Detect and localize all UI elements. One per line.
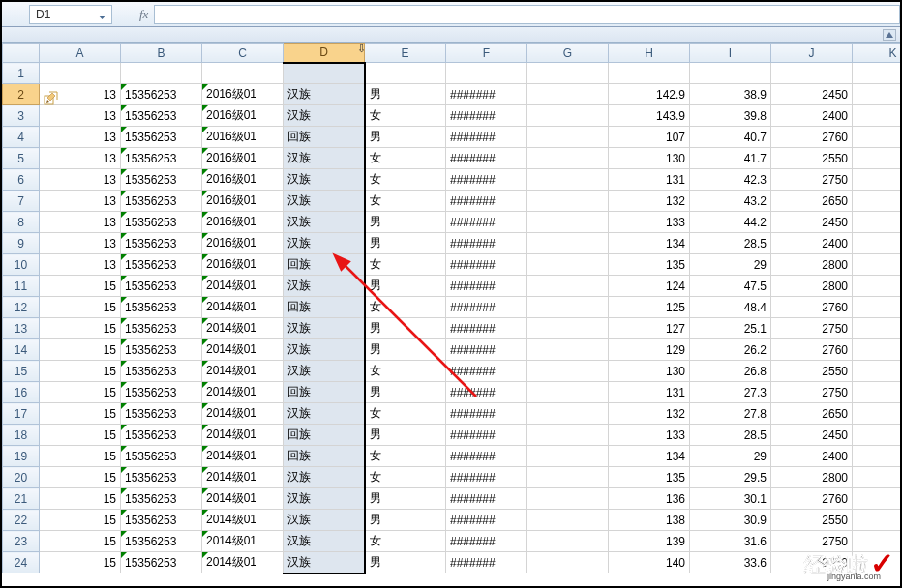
cell-G11[interactable]: [527, 276, 609, 297]
cell-E3[interactable]: 女: [365, 105, 446, 127]
cell-H13[interactable]: 127: [609, 318, 690, 339]
cell-G14[interactable]: [527, 339, 609, 361]
cell-H8[interactable]: 133: [609, 212, 690, 233]
cell-A20[interactable]: 15: [40, 467, 121, 488]
cell-G4[interactable]: [527, 127, 609, 148]
cell-K12[interactable]: 9.6: [853, 297, 901, 318]
cell-J7[interactable]: 2650: [771, 191, 853, 212]
row-header[interactable]: 13: [3, 318, 40, 339]
cell-F2[interactable]: #######: [446, 84, 527, 105]
cell-B2[interactable]: 15356253: [121, 84, 202, 105]
cell-D17[interactable]: 汉族: [284, 403, 365, 425]
cell-J2[interactable]: 2450: [771, 84, 853, 105]
cell-B13[interactable]: 15356253: [121, 318, 202, 339]
cell-D7[interactable]: 汉族: [284, 191, 365, 212]
col-header-B[interactable]: B: [121, 44, 202, 63]
cell-I7[interactable]: 43.2: [690, 191, 771, 212]
cell-E12[interactable]: 女: [365, 297, 446, 318]
cell-C2[interactable]: 2016级01: [202, 84, 284, 105]
cell-H6[interactable]: 131: [609, 169, 690, 191]
cell-B23[interactable]: 15356253: [121, 531, 202, 552]
cell-C17[interactable]: 2014级01: [202, 403, 284, 425]
col-header-K[interactable]: K: [853, 44, 901, 63]
cell-A11[interactable]: 15: [40, 276, 121, 297]
cell-G16[interactable]: [527, 382, 609, 403]
cell-C23[interactable]: 2014级01: [202, 531, 284, 552]
cell-H20[interactable]: 135: [609, 467, 690, 488]
cell-J13[interactable]: 2750: [771, 318, 853, 339]
cell-H16[interactable]: 131: [609, 382, 690, 403]
cell-C3[interactable]: 2016级01: [202, 105, 284, 127]
cell-A5[interactable]: 13: [40, 148, 121, 169]
cell-H4[interactable]: 107: [609, 127, 690, 148]
col-header-F[interactable]: F: [446, 44, 527, 63]
cell-G23[interactable]: [527, 531, 609, 552]
cell-D21[interactable]: 汉族: [284, 488, 365, 510]
cell-C19[interactable]: 2014级01: [202, 446, 284, 467]
cell-F18[interactable]: #######: [446, 425, 527, 446]
cell-C4[interactable]: 2016级01: [202, 127, 284, 148]
cell-D8[interactable]: 汉族: [284, 212, 365, 233]
cell-H7[interactable]: 132: [609, 191, 690, 212]
cell-H18[interactable]: 133: [609, 425, 690, 446]
cell-K1[interactable]: [853, 63, 901, 84]
cell-J4[interactable]: 2760: [771, 127, 853, 148]
cell-D11[interactable]: 汉族: [284, 276, 365, 297]
cell-B14[interactable]: 15356253: [121, 339, 202, 361]
cell-G19[interactable]: [527, 446, 609, 467]
cell-J9[interactable]: 2400: [771, 233, 853, 254]
cell-G10[interactable]: [527, 254, 609, 276]
cell-I4[interactable]: 40.7: [690, 127, 771, 148]
row-header[interactable]: 2: [3, 84, 40, 105]
col-header-G[interactable]: G: [527, 44, 609, 63]
cell-J18[interactable]: 2450: [771, 425, 853, 446]
cell-G24[interactable]: [527, 552, 609, 573]
row-header[interactable]: 5: [3, 148, 40, 169]
cell-B22[interactable]: 15356253: [121, 510, 202, 531]
row-header[interactable]: 18: [3, 425, 40, 446]
row-header[interactable]: 20: [3, 467, 40, 488]
cell-G12[interactable]: [527, 297, 609, 318]
cell-A4[interactable]: 13: [40, 127, 121, 148]
cell-D23[interactable]: 汉族: [284, 531, 365, 552]
cell-B6[interactable]: 15356253: [121, 169, 202, 191]
cell-G1[interactable]: [527, 63, 609, 84]
cell-I23[interactable]: 31.6: [690, 531, 771, 552]
cell-B17[interactable]: 15356253: [121, 403, 202, 425]
cell-G8[interactable]: [527, 212, 609, 233]
cell-H10[interactable]: 135: [609, 254, 690, 276]
row-header[interactable]: 12: [3, 297, 40, 318]
cell-G17[interactable]: [527, 403, 609, 425]
cell-I5[interactable]: 41.7: [690, 148, 771, 169]
cell-E5[interactable]: 女: [365, 148, 446, 169]
cell-F22[interactable]: #######: [446, 510, 527, 531]
cell-E7[interactable]: 女: [365, 191, 446, 212]
cell-D22[interactable]: 汉族: [284, 510, 365, 531]
cell-F13[interactable]: #######: [446, 318, 527, 339]
cell-J19[interactable]: 2400: [771, 446, 853, 467]
cell-B8[interactable]: 15356253: [121, 212, 202, 233]
cell-D9[interactable]: 汉族: [284, 233, 365, 254]
cell-A19[interactable]: 15: [40, 446, 121, 467]
cell-A16[interactable]: 15: [40, 382, 121, 403]
cell-G20[interactable]: [527, 467, 609, 488]
cell-G9[interactable]: [527, 233, 609, 254]
cell-F20[interactable]: #######: [446, 467, 527, 488]
scroll-up-button[interactable]: [883, 29, 896, 41]
cell-G22[interactable]: [527, 510, 609, 531]
cell-C20[interactable]: 2014级01: [202, 467, 284, 488]
cell-I8[interactable]: 44.2: [690, 212, 771, 233]
cell-E24[interactable]: 男: [365, 552, 446, 573]
cell-D3[interactable]: 汉族: [284, 105, 365, 127]
cell-J6[interactable]: 2750: [771, 169, 853, 191]
cell-E22[interactable]: 男: [365, 510, 446, 531]
cell-E17[interactable]: 女: [365, 403, 446, 425]
cell-I19[interactable]: 29: [690, 446, 771, 467]
cell-K22[interactable]: 9.2: [853, 510, 901, 531]
cell-K11[interactable]: 9.3: [853, 276, 901, 297]
cell-F21[interactable]: #######: [446, 488, 527, 510]
cell-H2[interactable]: 142.9: [609, 84, 690, 105]
row-header[interactable]: 17: [3, 403, 40, 425]
fx-icon[interactable]: fx: [139, 7, 148, 22]
cell-K18[interactable]: 8.4: [853, 425, 901, 446]
